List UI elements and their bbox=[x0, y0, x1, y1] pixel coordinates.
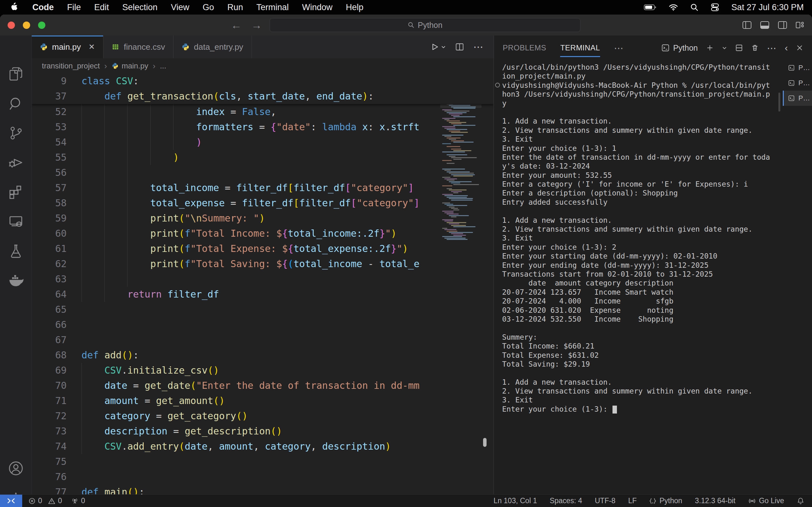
ports-indicator[interactable]: 0 bbox=[71, 497, 85, 505]
source-control-icon[interactable] bbox=[0, 124, 32, 142]
close-panel-icon[interactable] bbox=[796, 44, 803, 51]
breadcrumb-item[interactable]: ... bbox=[160, 61, 166, 70]
battery-icon[interactable] bbox=[644, 4, 657, 10]
line-number[interactable]: 77 bbox=[32, 485, 67, 494]
tab-problems[interactable]: PROBLEMS bbox=[503, 36, 546, 60]
line-number[interactable]: 55 bbox=[32, 150, 67, 165]
line-number[interactable]: 9 bbox=[32, 73, 67, 89]
tab-terminal[interactable]: TERMINAL bbox=[560, 36, 600, 60]
navigate-forward-icon[interactable]: → bbox=[251, 19, 262, 32]
split-terminal-icon[interactable] bbox=[735, 44, 743, 52]
navigate-back-icon[interactable]: ← bbox=[231, 19, 242, 32]
go-live-button[interactable]: Go Live bbox=[748, 497, 784, 505]
encoding[interactable]: UTF-8 bbox=[595, 497, 615, 505]
search-icon[interactable] bbox=[0, 95, 32, 112]
restore-panel-icon[interactable]: ‹ bbox=[785, 43, 788, 53]
menu-item-selection[interactable]: Selection bbox=[122, 3, 158, 12]
spotlight-search-icon[interactable] bbox=[690, 3, 699, 11]
line-number[interactable]: 62 bbox=[32, 257, 67, 272]
line-number[interactable]: 68 bbox=[32, 348, 67, 363]
terminal-list-item[interactable]: P… bbox=[783, 91, 812, 106]
line-number[interactable]: 57 bbox=[32, 180, 67, 195]
customize-layout-icon[interactable] bbox=[796, 21, 805, 29]
notifications-bell-icon[interactable] bbox=[797, 497, 804, 505]
line-number[interactable]: 54 bbox=[32, 135, 67, 150]
line-number[interactable]: 71 bbox=[32, 393, 67, 408]
run-python-file-button[interactable] bbox=[431, 43, 446, 51]
line-number[interactable]: 72 bbox=[32, 408, 67, 424]
wifi-icon[interactable] bbox=[669, 3, 678, 11]
python-version[interactable]: 3.12.3 64-bit bbox=[695, 497, 735, 505]
eol-sequence[interactable]: LF bbox=[628, 497, 637, 505]
line-number[interactable]: 67 bbox=[32, 332, 67, 348]
menu-item-help[interactable]: Help bbox=[346, 3, 363, 12]
kill-terminal-icon[interactable] bbox=[751, 44, 759, 52]
remote-indicator[interactable] bbox=[0, 495, 22, 507]
tab-finance.csv[interactable]: finance.csv bbox=[103, 36, 173, 58]
line-number[interactable]: 65 bbox=[32, 302, 67, 317]
terminal-scrollbar[interactable] bbox=[778, 93, 780, 112]
apple-logo-icon[interactable] bbox=[11, 3, 19, 12]
line-number[interactable]: 60 bbox=[32, 226, 67, 241]
more-actions-icon[interactable]: ⋯ bbox=[473, 41, 484, 53]
testing-icon[interactable] bbox=[0, 242, 32, 260]
minimize-window-button[interactable] bbox=[23, 21, 30, 29]
control-center-icon[interactable] bbox=[711, 3, 719, 12]
line-number[interactable]: 59 bbox=[32, 211, 67, 226]
menu-bar-clock[interactable]: Sat 27 Jul 6:30 PM bbox=[731, 3, 804, 12]
tab-data_entry.py[interactable]: data_entry.py bbox=[173, 36, 252, 58]
menu-item-window[interactable]: Window bbox=[302, 3, 333, 12]
line-number[interactable]: 74 bbox=[32, 439, 67, 454]
new-terminal-icon[interactable] bbox=[706, 44, 714, 52]
launch-profile-label[interactable]: Python bbox=[661, 43, 698, 53]
close-tab-icon[interactable]: ✕ bbox=[89, 43, 95, 51]
indentation[interactable]: Spaces: 4 bbox=[550, 497, 582, 505]
zoom-window-button[interactable] bbox=[38, 21, 45, 29]
line-number[interactable]: 70 bbox=[32, 378, 67, 393]
run-debug-icon[interactable] bbox=[0, 154, 32, 171]
terminal-list-item[interactable]: P… bbox=[783, 75, 812, 91]
tab-main.py[interactable]: main.py✕ bbox=[32, 36, 103, 58]
explorer-icon[interactable] bbox=[0, 66, 32, 83]
minimap[interactable] bbox=[440, 73, 481, 494]
toggle-primary-sidebar-icon[interactable] bbox=[742, 21, 752, 29]
cursor-position[interactable]: Ln 103, Col 1 bbox=[494, 497, 537, 505]
line-number[interactable]: 66 bbox=[32, 317, 67, 332]
menu-item-terminal[interactable]: Terminal bbox=[256, 3, 289, 12]
menu-item-go[interactable]: Go bbox=[203, 3, 214, 12]
menu-item-run[interactable]: Run bbox=[227, 3, 243, 12]
terminal-output[interactable]: /usr/local/bin/python3 /Users/vidyushsin… bbox=[502, 63, 781, 487]
panel-more-tabs-icon[interactable]: ⋯ bbox=[614, 43, 623, 54]
menu-item-file[interactable]: File bbox=[67, 3, 81, 12]
line-number[interactable]: 37 bbox=[32, 89, 67, 104]
menu-item-view[interactable]: View bbox=[171, 3, 189, 12]
breadcrumb-item[interactable]: main.py bbox=[111, 61, 148, 70]
extensions-icon[interactable] bbox=[0, 183, 32, 201]
accounts-icon[interactable] bbox=[0, 460, 32, 477]
line-number[interactable]: 64 bbox=[32, 287, 67, 302]
language-mode[interactable]: Python bbox=[649, 497, 682, 505]
line-number[interactable]: 63 bbox=[32, 272, 67, 287]
close-window-button[interactable] bbox=[8, 21, 15, 29]
launch-profile-chevron-icon[interactable] bbox=[722, 45, 727, 50]
toggle-panel-icon[interactable] bbox=[760, 21, 769, 29]
command-decoration-icon[interactable] bbox=[495, 83, 500, 88]
code-editor[interactable]: 9class CSV:37 def get_transaction(cls, s… bbox=[32, 73, 494, 494]
line-number[interactable]: 73 bbox=[32, 424, 67, 439]
remote-explorer-icon[interactable] bbox=[0, 213, 32, 230]
command-center-search[interactable]: Python bbox=[270, 18, 580, 32]
line-number[interactable]: 69 bbox=[32, 363, 67, 378]
line-number[interactable]: 56 bbox=[32, 165, 67, 180]
line-number[interactable]: 75 bbox=[32, 454, 67, 469]
line-number[interactable]: 76 bbox=[32, 469, 67, 485]
menu-item-edit[interactable]: Edit bbox=[94, 3, 109, 12]
line-number[interactable]: 52 bbox=[32, 104, 67, 119]
toggle-secondary-sidebar-icon[interactable] bbox=[778, 21, 787, 29]
breadcrumb-item[interactable]: transition_project bbox=[42, 61, 100, 70]
terminal-list-item[interactable]: P… bbox=[783, 60, 812, 75]
menu-item-code[interactable]: Code bbox=[32, 3, 54, 12]
problems-indicator[interactable]: 0 0 bbox=[29, 497, 62, 505]
docker-icon[interactable] bbox=[0, 272, 32, 289]
scrollbar-drag-handle[interactable] bbox=[483, 438, 487, 447]
line-number[interactable]: 61 bbox=[32, 241, 67, 257]
